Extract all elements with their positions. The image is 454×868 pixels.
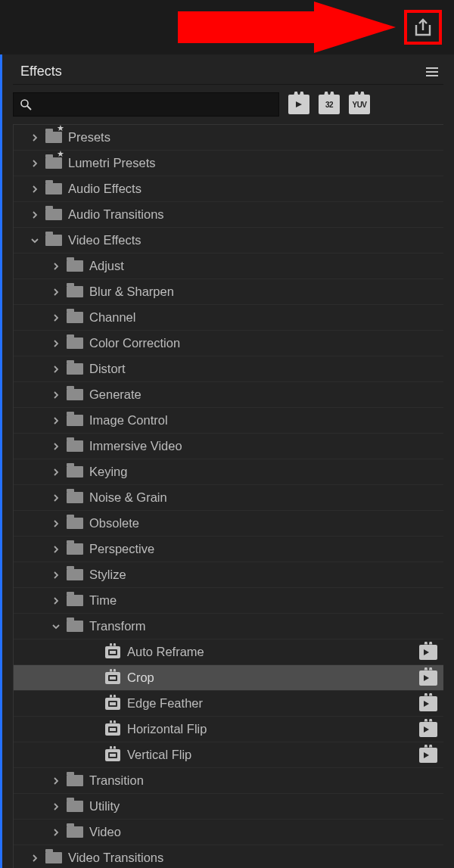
- chevron-right-icon[interactable]: [50, 776, 62, 786]
- accelerated-badge-icon: [419, 670, 437, 686]
- chevron-right-icon[interactable]: [50, 802, 62, 811]
- chevron-right-icon[interactable]: [50, 288, 62, 297]
- effects-panel: Effects 32 YUV PresetsLumetri PresetsAud…: [0, 54, 454, 868]
- chevron-right-icon[interactable]: [50, 545, 62, 554]
- tree-item[interactable]: Channel: [14, 305, 443, 331]
- tree-item[interactable]: Horizontal Flip: [14, 717, 443, 742]
- tree-item[interactable]: Stylize: [14, 562, 443, 588]
- tree-item[interactable]: Video: [14, 820, 443, 845]
- tree-item-label: Channel: [89, 310, 437, 325]
- folder-icon: [65, 516, 85, 531]
- chevron-down-icon[interactable]: [29, 237, 41, 244]
- svg-marker-0: [178, 2, 396, 53]
- folder-icon: [44, 207, 64, 222]
- tree-item[interactable]: Lumetri Presets: [14, 151, 443, 176]
- accelerated-badge-icon: [419, 722, 437, 737]
- tree-item[interactable]: Audio Effects: [14, 176, 443, 202]
- tree-item[interactable]: Transition: [14, 768, 443, 794]
- tree-item-label: Time: [89, 593, 437, 608]
- chevron-right-icon[interactable]: [29, 854, 41, 863]
- tree-item[interactable]: Immersive Video: [14, 434, 443, 459]
- tree-item-label: Adjust: [89, 259, 437, 273]
- chevron-right-icon[interactable]: [50, 313, 62, 322]
- tree-item[interactable]: Time: [14, 588, 443, 614]
- tree-item[interactable]: Image Control: [14, 408, 443, 434]
- folder-icon: [65, 413, 85, 428]
- chevron-right-icon[interactable]: [50, 596, 62, 605]
- chevron-right-icon[interactable]: [50, 365, 62, 374]
- tree-item[interactable]: Video Transitions: [14, 845, 443, 868]
- preset-icon: [103, 670, 123, 686]
- tree-item[interactable]: Presets: [14, 125, 443, 151]
- tree-item-label: Perspective: [89, 542, 437, 556]
- tree-item-label: Transition: [89, 773, 437, 788]
- chevron-right-icon[interactable]: [50, 493, 62, 502]
- tree-item[interactable]: Video Effects: [14, 228, 443, 254]
- search-row: 32 YUV: [13, 85, 443, 124]
- folder-icon: [44, 182, 64, 197]
- folder-icon: [65, 799, 85, 814]
- tree-item[interactable]: Generate: [14, 382, 443, 408]
- chevron-right-icon[interactable]: [50, 416, 62, 425]
- tree-item-label: Obsolete: [89, 516, 437, 530]
- tree-item[interactable]: Noise & Grain: [14, 485, 443, 511]
- chevron-right-icon[interactable]: [50, 468, 62, 477]
- tree-item[interactable]: Utility: [14, 794, 443, 820]
- tree-item-label: Audio Transitions: [68, 207, 437, 222]
- chevron-right-icon[interactable]: [50, 390, 62, 400]
- top-bar: [0, 0, 454, 54]
- folder-icon: [65, 593, 85, 608]
- chevron-right-icon[interactable]: [50, 262, 62, 271]
- folder-icon: [65, 619, 85, 634]
- svg-line-2: [27, 106, 31, 110]
- yuv-effects-toggle[interactable]: YUV: [349, 95, 370, 114]
- tree-item-label: Auto Reframe: [127, 645, 415, 659]
- tree-item-label: Video: [89, 825, 437, 839]
- tree-item[interactable]: Perspective: [14, 537, 443, 562]
- chevron-right-icon[interactable]: [50, 828, 62, 837]
- panel-menu-icon[interactable]: [424, 64, 440, 80]
- chevron-right-icon[interactable]: [29, 133, 41, 142]
- tree-item[interactable]: Vertical Flip: [14, 742, 443, 768]
- preset-icon: [103, 722, 123, 737]
- tree-item[interactable]: Blur & Sharpen: [14, 279, 443, 305]
- chevron-right-icon[interactable]: [29, 185, 41, 194]
- tree-item[interactable]: Color Correction: [14, 331, 443, 356]
- export-icon[interactable]: [413, 18, 433, 36]
- chevron-right-icon[interactable]: [29, 159, 41, 168]
- chevron-right-icon[interactable]: [29, 210, 41, 219]
- tree-item[interactable]: Distort: [14, 356, 443, 382]
- folder-star-icon: [44, 156, 64, 171]
- 32bit-effects-toggle[interactable]: 32: [319, 95, 340, 114]
- tree-item[interactable]: Obsolete: [14, 511, 443, 537]
- effects-search-input[interactable]: [13, 92, 279, 117]
- panel-title: Effects: [20, 64, 62, 79]
- folder-icon: [44, 851, 64, 866]
- accelerated-effects-toggle[interactable]: [288, 95, 309, 114]
- chevron-right-icon[interactable]: [50, 571, 62, 580]
- tree-item[interactable]: Auto Reframe: [14, 639, 443, 665]
- tree-item[interactable]: Audio Transitions: [14, 202, 443, 228]
- folder-icon: [65, 387, 85, 403]
- tree-item[interactable]: Crop: [14, 665, 443, 691]
- search-field[interactable]: [36, 98, 272, 111]
- tree-item-label: Color Correction: [89, 336, 437, 350]
- chevron-right-icon[interactable]: [50, 339, 62, 348]
- tree-item-label: Crop: [127, 670, 415, 685]
- tree-item-label: Image Control: [89, 413, 437, 428]
- tree-item-label: Immersive Video: [89, 439, 437, 453]
- chevron-down-icon[interactable]: [50, 623, 62, 630]
- tree-item[interactable]: Adjust: [14, 254, 443, 279]
- tree-item-label: Blur & Sharpen: [89, 285, 437, 299]
- tree-item-label: Generate: [89, 387, 437, 402]
- tree-item[interactable]: Transform: [14, 614, 443, 639]
- tree-item-label: Keying: [89, 465, 437, 479]
- svg-marker-3: [296, 101, 302, 107]
- preset-icon: [103, 748, 123, 763]
- chevron-right-icon[interactable]: [50, 442, 62, 451]
- folder-star-icon: [44, 130, 64, 145]
- chevron-right-icon[interactable]: [50, 519, 62, 528]
- tree-item[interactable]: Keying: [14, 459, 443, 485]
- tree-item-label: Transform: [89, 619, 437, 633]
- tree-item[interactable]: Edge Feather: [14, 691, 443, 717]
